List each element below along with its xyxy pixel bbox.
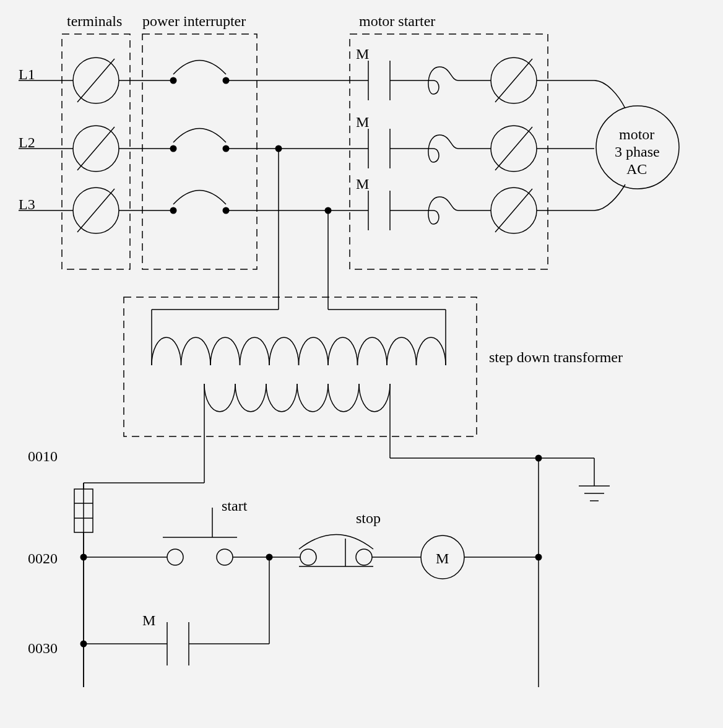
svg-point-27 [170,207,177,214]
svg-line-22 [495,127,532,170]
motor-label-1: motor [619,126,654,142]
overload-L1 [421,67,475,94]
rung-0020: 0020 [28,550,58,566]
stop-contact-left [300,549,316,565]
svg-point-28 [223,207,230,214]
label-M-L1: M [356,46,369,62]
start-contact-right [217,549,233,565]
svg-point-4 [223,77,230,84]
svg-line-1 [77,59,115,102]
transformer-secondary [204,384,390,412]
label-M-L3: M [356,176,369,192]
label-transformer: step down transformer [489,349,623,365]
motor-label-3: AC [626,161,647,177]
svg-line-34 [495,189,532,232]
motor-starter-box [350,34,548,269]
rung-0030: 0030 [28,640,58,656]
rung-0010: 0010 [28,448,58,464]
start-contact-left [167,549,183,565]
terminals-box [62,34,130,269]
svg-point-70 [535,554,542,561]
transformer-box [124,297,477,436]
interrupter-box [142,34,257,269]
transformer-primary [152,337,446,365]
label-L3: L3 [19,196,35,212]
svg-point-15 [170,145,177,152]
label-M-L2: M [356,114,369,130]
label-L2: L2 [19,134,35,150]
ground-symbol [579,458,610,501]
label-start: start [222,498,248,514]
overload-L2 [421,135,475,162]
label-L1: L1 [19,66,35,82]
label-power-interrupter: power interrupter [142,13,246,29]
label-stop: stop [356,510,381,526]
label-motor-starter: motor starter [359,13,435,29]
svg-line-10 [495,59,532,102]
svg-point-3 [170,77,177,84]
svg-line-25 [77,189,115,232]
svg-point-16 [223,145,230,152]
wiring-diagram: terminals power interrupter motor starte… [0,0,723,728]
motor-label-2: 3 phase [615,144,660,160]
label-terminals: terminals [67,13,122,29]
coil-M-label: M [436,550,449,566]
stop-contact-right [356,549,372,565]
overload-L3 [421,197,475,224]
contact-M-label: M [142,612,155,628]
svg-line-13 [77,127,115,170]
